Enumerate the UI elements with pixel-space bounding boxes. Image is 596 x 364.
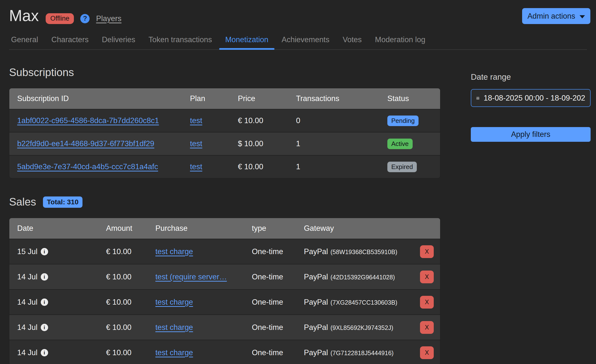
purchase-link[interactable]: test charge [155, 323, 193, 332]
subscription-row: b22fd9d0-ee14-4868-9d37-6f773bf1df29 tes… [9, 132, 440, 155]
gateway-name: PayPal [304, 348, 328, 357]
sales-total-badge: Total: 310 [43, 196, 82, 208]
transactions-value: 0 [296, 116, 387, 125]
tab-characters[interactable]: Characters [45, 35, 95, 49]
tab-deliveries[interactable]: Deliveries [95, 35, 142, 49]
sales-table: Date Amount Purchase type Gateway 15 Jul… [9, 218, 440, 364]
gateway-reference: (7XG28457CC130603B) [330, 299, 397, 306]
gateway-name: PayPal [304, 247, 328, 256]
sale-type: One-time [252, 323, 304, 332]
sale-amount: € 10.00 [106, 323, 155, 332]
apply-filters-button[interactable]: Apply filters [471, 127, 591, 142]
subscription-id-link[interactable]: 5abd9e3e-7e37-40cd-a4b5-ccc7c81a4afc [17, 162, 158, 171]
sale-type: One-time [252, 348, 304, 357]
sale-row: 14 Juli € 10.00 test charge One-time Pay… [9, 314, 440, 340]
col-purchase: Purchase [155, 224, 252, 233]
transactions-value: 1 [296, 139, 387, 148]
col-price: Price [238, 94, 296, 103]
col-type: type [252, 224, 304, 233]
sale-row: 14 Juli € 10.00 test (require server… On… [9, 264, 440, 289]
sale-amount: € 10.00 [106, 298, 155, 307]
subscription-row: 5abd9e3e-7e37-40cd-a4b5-ccc7c81a4afc tes… [9, 155, 440, 178]
gateway-reference: (7G7122818J5444916) [330, 350, 393, 356]
subscription-status-badge: Active [387, 139, 413, 149]
info-icon[interactable]: i [41, 248, 48, 255]
sale-amount: € 10.00 [106, 273, 155, 281]
subscription-status-badge: Expired [387, 162, 417, 172]
gateway-reference: (42D15392G96441028) [330, 274, 395, 281]
sale-date: 14 Jul [17, 298, 38, 307]
sale-date: 14 Jul [17, 348, 38, 357]
sale-date: 14 Jul [17, 323, 38, 332]
subscription-id-link[interactable]: b22fd9d0-ee14-4868-9d37-6f773bf1df29 [17, 139, 154, 148]
plan-link[interactable]: test [190, 116, 202, 125]
price-value: € 10.00 [238, 162, 296, 171]
tab-moderation-log[interactable]: Moderation log [368, 35, 432, 49]
title-row: Max Offline ? Players [9, 7, 587, 25]
tabbar: General Characters Deliveries Token tran… [9, 35, 587, 50]
sale-type: One-time [252, 273, 304, 281]
subscriptions-table-header: Subscription ID Plan Price Transactions … [9, 88, 440, 109]
info-icon[interactable]: i [41, 299, 48, 306]
subscription-status-badge: Pending [387, 116, 419, 126]
col-plan: Plan [190, 94, 238, 103]
gateway-name: PayPal [304, 323, 328, 332]
tab-general[interactable]: General [9, 35, 45, 49]
gateway-reference: (58W19368CB535910B) [330, 248, 397, 255]
col-transactions: Transactions [296, 94, 387, 103]
info-icon[interactable]: i [41, 273, 48, 281]
subscriptions-table: Subscription ID Plan Price Transactions … [9, 88, 440, 178]
purchase-link[interactable]: test charge [155, 298, 193, 306]
sale-date: 14 Jul [17, 273, 38, 281]
price-value: € 10.00 [238, 116, 296, 125]
calendar-icon [476, 94, 479, 102]
date-range-value: 18-08-2025 00:00 - 18-09-202 [484, 94, 585, 103]
subscription-id-link[interactable]: 1abf0022-c965-4586-8dca-7b7dd260c8c1 [17, 116, 159, 125]
date-range-input[interactable]: 18-08-2025 00:00 - 18-09-202 [471, 89, 591, 107]
delete-sale-button[interactable]: X [420, 245, 434, 258]
delete-sale-button[interactable]: X [420, 296, 434, 309]
admin-actions-label: Admin actions [528, 12, 575, 21]
plan-link[interactable]: test [190, 139, 202, 148]
sale-row: 14 Juli € 10.00 test charge One-time Pay… [9, 289, 440, 314]
filters-panel: Date range 18-08-2025 00:00 - 18-09-202 … [471, 72, 591, 142]
purchase-link[interactable]: test (require server… [155, 273, 227, 281]
gateway-reference: (9XL85692KJ974352J) [330, 324, 393, 331]
gateway-name: PayPal [304, 298, 328, 306]
tab-votes[interactable]: Votes [336, 35, 368, 49]
tab-monetization[interactable]: Monetization [219, 35, 275, 49]
tab-achievements[interactable]: Achievements [275, 35, 336, 49]
sale-date: 15 Jul [17, 247, 38, 256]
delete-sale-button[interactable]: X [420, 346, 434, 359]
info-icon[interactable]: i [41, 349, 48, 356]
subscription-row: 1abf0022-c965-4586-8dca-7b7dd260c8c1 tes… [9, 109, 440, 132]
players-link[interactable]: Players [96, 14, 121, 23]
sale-amount: € 10.00 [106, 247, 155, 256]
purchase-link[interactable]: test charge [155, 348, 193, 357]
page-title: Max [9, 7, 39, 25]
col-subscription-id: Subscription ID [17, 94, 190, 103]
admin-actions-button[interactable]: Admin actions [522, 8, 590, 24]
info-icon[interactable]: i [41, 324, 48, 331]
sale-type: One-time [252, 247, 304, 256]
sale-row: 15 Juli € 10.00 test charge One-time Pay… [9, 239, 440, 264]
status-badge: Offline [46, 13, 74, 24]
gateway-name: PayPal [304, 273, 328, 281]
col-amount: Amount [106, 224, 155, 233]
sale-amount: € 10.00 [106, 348, 155, 357]
plan-link[interactable]: test [190, 162, 202, 171]
caret-down-icon [580, 15, 585, 18]
help-icon[interactable]: ? [80, 14, 90, 23]
col-date: Date [17, 224, 106, 233]
sale-type: One-time [252, 298, 304, 307]
delete-sale-button[interactable]: X [420, 321, 434, 334]
tab-token-transactions[interactable]: Token transactions [142, 35, 218, 49]
transactions-value: 1 [296, 162, 387, 171]
sale-row: 14 Juli € 10.00 test charge One-time Pay… [9, 340, 440, 364]
price-value: $ 10.00 [238, 139, 296, 148]
sales-table-header: Date Amount Purchase type Gateway [9, 218, 440, 239]
col-status: Status [387, 94, 434, 103]
purchase-link[interactable]: test charge [155, 247, 193, 256]
page-header: Max Offline ? Players Admin actions [0, 0, 596, 25]
delete-sale-button[interactable]: X [420, 271, 434, 283]
